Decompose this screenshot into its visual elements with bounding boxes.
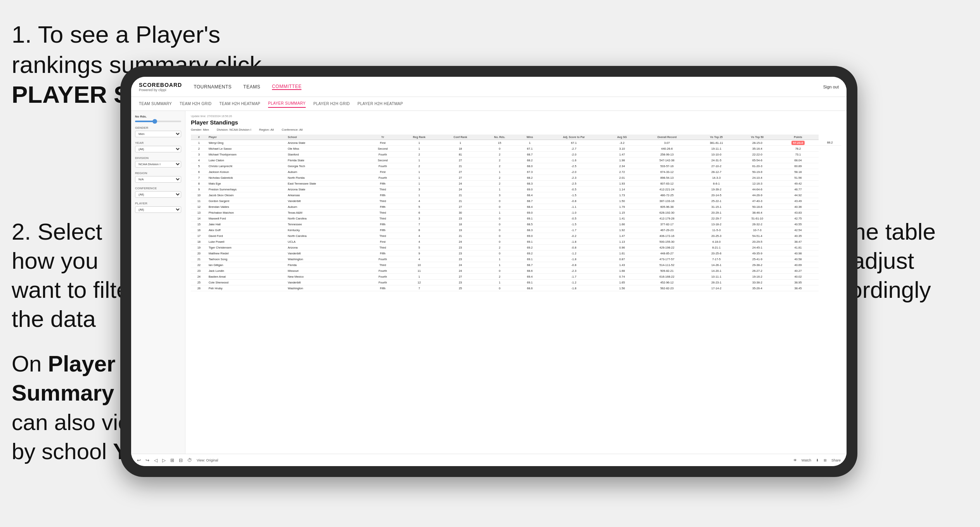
col-yr[interactable]: Yr (366, 135, 399, 140)
filter-bar-conference: Conference: All (282, 128, 303, 131)
grid-icon[interactable]: ⊞ (824, 458, 827, 462)
table-cell: -2.0 (542, 152, 606, 157)
table-cell: 547-142-38 (638, 157, 695, 163)
col-conf-rank[interactable]: Conf Rank (439, 135, 482, 140)
table-cell: Second (366, 146, 399, 152)
subnav-player-h2h-grid[interactable]: PLAYER H2H GRID (313, 100, 350, 107)
table-cell: Bastien Amat (207, 274, 286, 280)
nav-teams[interactable]: TEAMS (243, 84, 260, 90)
col-vs-top-25[interactable]: Vs Top 25 (696, 135, 738, 140)
table-cell: 40.69 (777, 262, 819, 268)
subnav-team-h2h-grid[interactable]: TEAM H2H GRID (180, 100, 211, 107)
col-wins[interactable]: Wins (518, 135, 542, 140)
table-cell: 2.34 (606, 163, 638, 169)
subnav-team-summary[interactable]: TEAM SUMMARY (139, 100, 172, 107)
table-cell: Fourth (366, 175, 399, 181)
col-points[interactable]: Points (777, 135, 819, 140)
slider-thumb[interactable] (152, 119, 157, 124)
table-row[interactable]: 25Cole SherwoodVanderbiltFourth1223169.1… (191, 280, 841, 285)
table-cell: 38-46-4 (737, 210, 777, 216)
table-row[interactable]: 24Bastien AmatNew MexicoFourth127269.4-1… (191, 274, 841, 280)
table-cell: Vanderbilt (286, 251, 366, 256)
clock-icon[interactable]: ⏱ (187, 458, 192, 463)
table-cell: 40.55 (777, 221, 819, 227)
table-cell: Fourth (366, 152, 399, 157)
table-cell: 3 (399, 187, 439, 192)
table-cell: 27 (439, 157, 482, 163)
table-row[interactable]: 3Michael ThorbjornsenStanfordFourth28126… (191, 152, 841, 157)
table-row[interactable]: 26Petr HrubyWashingtonFifth725068.6-1.81… (191, 285, 841, 291)
table-row[interactable]: 18Luke PowellUCLAFirst424069.1-1.81.1350… (191, 239, 841, 245)
division-select[interactable]: NCAA Division I NCAA Division II NCAA Di… (135, 161, 181, 168)
no-rds-slider[interactable] (135, 121, 181, 122)
col-avg-sg[interactable]: Avg SG (606, 135, 638, 140)
forward-icon[interactable]: ▷ (162, 458, 166, 463)
subnav-player-h2h-heatmap[interactable]: PLAYER H2H HEATMAP (358, 100, 403, 107)
table-cell: -1.5 (542, 221, 606, 227)
table-row[interactable]: 1Wenyi DingArizona StateFirst1115167.1-3… (191, 140, 841, 146)
table-row[interactable]: 13Phichaksn MaichonTexas A&MThird630169.… (191, 210, 841, 216)
filter-bar-region: Region: All (259, 128, 274, 131)
back-icon[interactable]: ◁ (154, 458, 158, 463)
table-row[interactable]: 10Jacob Skov OlesenArkansasFifth121368.4… (191, 192, 841, 198)
subnav-player-summary[interactable]: PLAYER SUMMARY (268, 100, 306, 108)
no-rds-section: No Rds. (135, 115, 181, 122)
table-row[interactable]: 12Brendan ValdesAuburnFifth527068.4-1.11… (191, 204, 841, 210)
table-cell: 50-19-9 (737, 169, 777, 175)
view-label[interactable]: View: Original (197, 458, 218, 462)
table-cell: 21 (439, 198, 482, 204)
download-icon[interactable]: ⬇ (816, 458, 819, 462)
col-vs-top-50[interactable]: Vs Top 50 (737, 135, 777, 140)
paste-icon[interactable]: ⊟ (179, 458, 183, 463)
table-row[interactable]: 19Tiger ChristensenArizonaThird523269.2-… (191, 245, 841, 251)
col-adj-score[interactable]: Adj. Score to Par (542, 135, 606, 140)
col-overall-record[interactable]: Overall Record (638, 135, 695, 140)
table-row[interactable]: 7Nicholas GabrelcikNorth FloridaFourth12… (191, 175, 841, 181)
table-row[interactable]: 17David FordNorth CarolinaThird421069.0-… (191, 233, 841, 239)
table-row[interactable]: 2Michael Le SassoOle MissSecond118067.1-… (191, 146, 841, 152)
toolbar-right: 👁 Watch ⬇ ⊞ Share (793, 458, 841, 462)
nav-committee[interactable]: COMMITTEE (272, 84, 302, 90)
table-cell: 14 (191, 216, 207, 221)
conference-select[interactable]: (All) (135, 191, 181, 198)
redo-icon[interactable]: ↪ (145, 458, 149, 463)
table-cell: 0 (481, 268, 518, 274)
undo-icon[interactable]: ↩ (137, 458, 141, 463)
watch-label[interactable]: Watch (802, 458, 811, 462)
table-row[interactable]: 20Matthew RiedelVanderbiltFifth923069.2-… (191, 251, 841, 256)
col-no-rds[interactable]: No. Rds. (481, 135, 518, 140)
col-rank[interactable]: # (191, 135, 207, 140)
table-cell: 674-33-12 (638, 169, 695, 175)
table-cell: Maxwell Ford (207, 216, 286, 221)
table-row[interactable]: 22Ian GilliganFloridaThird1024168.7-0.81… (191, 262, 841, 268)
table-row[interactable]: 21Taehoon SongWashingtonFourth423169.1-1… (191, 256, 841, 262)
region-select[interactable]: N/A All (135, 176, 181, 183)
table-cell: Fourth (366, 256, 399, 262)
table-row[interactable]: 14Maxwell FordNorth CarolinaThird323069.… (191, 216, 841, 221)
table-row[interactable]: 8Mats EgeEast Tennessee StateFifth124268… (191, 181, 841, 187)
table-row[interactable]: 6Jackson KoivunAuburnFirst127167.3-2.02.… (191, 169, 841, 175)
year-select[interactable]: (All) First Second Third Fourth Fifth (135, 146, 181, 152)
table-cell: 1 (399, 192, 439, 198)
subnav-team-h2h-heatmap[interactable]: TEAM H2H HEATMAP (219, 100, 260, 107)
table-row[interactable]: 4Luke ClatonFlorida StateSecond127268.2-… (191, 157, 841, 163)
nav-tournaments[interactable]: TOURNAMENTS (194, 84, 232, 90)
sign-out-link[interactable]: Sign out (823, 85, 839, 89)
player-select[interactable]: (All) (135, 206, 181, 213)
copy-icon[interactable]: ⊞ (170, 458, 174, 463)
share-label[interactable]: Share (831, 458, 841, 462)
table-row[interactable]: 9Preston SummerhaysArizona StateThird324… (191, 187, 841, 192)
table-cell: 0.74 (606, 274, 638, 280)
table-row[interactable]: 23Jack LundinMissouriFourth1124068.6-2.3… (191, 268, 841, 274)
col-school[interactable]: School (286, 135, 366, 140)
table-row[interactable]: 11Gordon SargentVanderbiltThird421068.7-… (191, 198, 841, 204)
col-player[interactable]: Player (207, 135, 286, 140)
table-row[interactable]: 5Christo LamprechtGeorgia TechFourth2212… (191, 163, 841, 169)
table-cell: 1.79 (606, 204, 638, 210)
table-cell: Missouri (286, 268, 366, 274)
table-row[interactable]: 16Alex GoffKentuckyFifth819068.3-1.71.92… (191, 227, 841, 233)
gender-select[interactable]: Men Women (135, 131, 181, 137)
col-reg-rank[interactable]: Reg Rank (399, 135, 439, 140)
gender-section: Gender Men Women (135, 126, 181, 137)
table-row[interactable]: 15Jake HallTennesseeFifth718068.5-1.51.6… (191, 221, 841, 227)
